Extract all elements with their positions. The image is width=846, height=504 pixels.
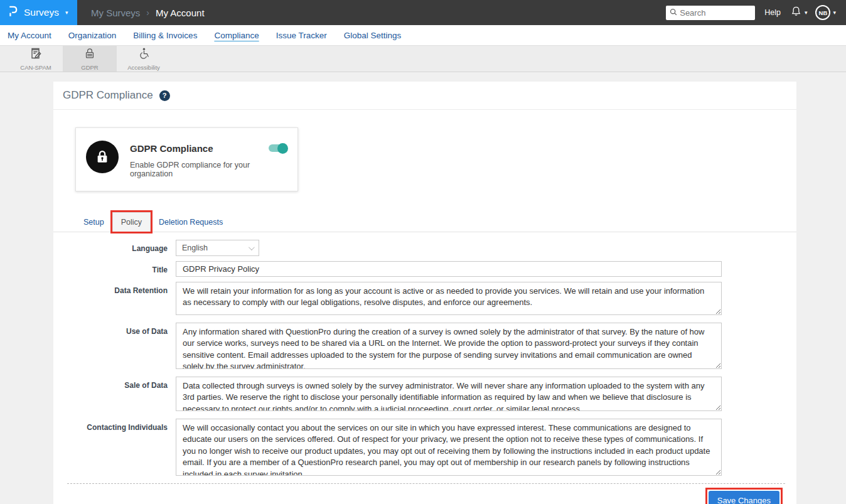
subnav-item-my-account[interactable]: My Account [8, 31, 51, 40]
data-retention-label: Data Retention [53, 282, 176, 318]
data-retention-textarea[interactable]: We will retain your information for as l… [176, 282, 722, 315]
questionpro-logo-icon [8, 4, 18, 21]
brand-label: Surveys [24, 7, 59, 18]
subnav-item-organization[interactable]: Organization [68, 31, 117, 40]
page-title: GDPR Compliance [63, 89, 153, 102]
toggle-knob [277, 143, 288, 154]
save-row: Save Changes [53, 484, 796, 504]
save-annotation-box: Save Changes [705, 488, 783, 504]
compliance-icon-tabs: CAN-SPAM GDPR Accessibility [0, 46, 846, 72]
feature-card-title: GDPR Compliance [130, 143, 287, 154]
subnav-item-global-settings[interactable]: Global Settings [344, 31, 402, 40]
global-search [666, 6, 755, 20]
subnav-item-compliance[interactable]: Compliance [214, 31, 259, 40]
language-selected-value: English [182, 244, 208, 252]
tab-policy[interactable]: Policy [112, 212, 151, 232]
form-row-contacting-individuals: Contacting Individuals We will occasiona… [53, 419, 796, 478]
breadcrumb-my-account: My Account [156, 8, 205, 18]
avatar: NB [815, 5, 830, 20]
save-changes-button[interactable]: Save Changes [709, 491, 779, 504]
help-icon[interactable]: ? [159, 90, 170, 101]
gdpr-enable-toggle[interactable] [269, 144, 287, 152]
gdpr-feature-card: GDPR Compliance Enable GDPR compliance f… [75, 127, 298, 191]
policy-form: Language English Title Data Retention We [53, 240, 796, 478]
icon-tab-label: CAN-SPAM [20, 64, 51, 71]
form-row-data-retention: Data Retention We will retain your infor… [53, 282, 796, 318]
sale-of-data-textarea[interactable]: Data collected through surveys is owned … [176, 377, 722, 411]
tab-accessibility[interactable]: Accessibility [117, 46, 171, 72]
form-row-language: Language English [53, 240, 796, 256]
tab-setup[interactable]: Setup [80, 213, 108, 232]
chevron-down-icon [249, 244, 255, 250]
subnav-item-billing-invoices[interactable]: Billing & Invoices [133, 31, 197, 40]
subnav-item-issue-tracker[interactable]: Issue Tracker [276, 31, 327, 40]
tab-can-spam[interactable]: CAN-SPAM [9, 46, 63, 72]
use-of-data-textarea[interactable]: Any information shared with QuestionPro … [176, 323, 722, 369]
contacting-individuals-textarea[interactable]: We will occasionally contact you about t… [176, 419, 722, 476]
chevron-down-icon: ▾ [833, 10, 836, 16]
icon-tab-label: Accessibility [127, 64, 160, 71]
search-icon [670, 7, 677, 18]
language-select[interactable]: English [176, 240, 259, 256]
feature-card-text: GDPR Compliance Enable GDPR compliance f… [130, 141, 287, 191]
use-of-data-label: Use of Data [53, 323, 176, 372]
form-row-title: Title [53, 261, 796, 277]
title-input[interactable] [176, 261, 722, 277]
title-label: Title [53, 261, 176, 277]
gdpr-tabs: Setup Policy Deletion Requests [53, 212, 796, 232]
lock-icon [86, 141, 119, 173]
form-row-sale-of-data: Sale of Data Data collected through surv… [53, 377, 796, 414]
search-input[interactable] [680, 8, 751, 18]
page-header: GDPR Compliance ? [53, 82, 796, 110]
accessibility-wheelchair-icon [137, 47, 150, 62]
breadcrumb: My Surveys › My Account [91, 8, 205, 18]
notifications-menu[interactable]: ▾ [790, 5, 808, 20]
gdpr-panel: GDPR Compliance ? GDPR Compliance Enable… [53, 82, 796, 504]
account-menu[interactable]: NB ▾ [815, 5, 836, 20]
sale-of-data-label: Sale of Data [53, 377, 176, 414]
language-label: Language [53, 240, 176, 256]
product-switcher[interactable]: Surveys ▾ [0, 0, 77, 25]
breadcrumb-my-surveys[interactable]: My Surveys [91, 8, 140, 18]
help-link[interactable]: Help [764, 8, 781, 17]
chevron-down-icon: ▾ [805, 10, 808, 16]
icon-tab-label: GDPR [81, 64, 98, 71]
bell-icon [790, 5, 802, 20]
form-row-use-of-data: Use of Data Any information shared with … [53, 323, 796, 372]
tab-gdpr[interactable]: GDPR [63, 46, 117, 72]
feature-card-subtitle: Enable GDPR compliance for your organiza… [130, 161, 287, 178]
account-subnav: My Account Organization Billing & Invoic… [0, 25, 846, 46]
main-area: GDPR Compliance ? GDPR Compliance Enable… [0, 72, 846, 504]
topbar-right-cluster: Help ▾ NB ▾ [666, 5, 846, 20]
contacting-individuals-label: Contacting Individuals [53, 419, 176, 478]
top-navbar: Surveys ▾ My Surveys › My Account Help ▾… [0, 0, 846, 25]
chevron-down-icon: ▾ [65, 10, 68, 16]
tab-deletion-requests[interactable]: Deletion Requests [155, 213, 227, 232]
breadcrumb-separator-icon: › [146, 8, 149, 18]
canspam-note-pencil-icon [29, 47, 42, 62]
gdpr-lock-icon [83, 47, 96, 62]
